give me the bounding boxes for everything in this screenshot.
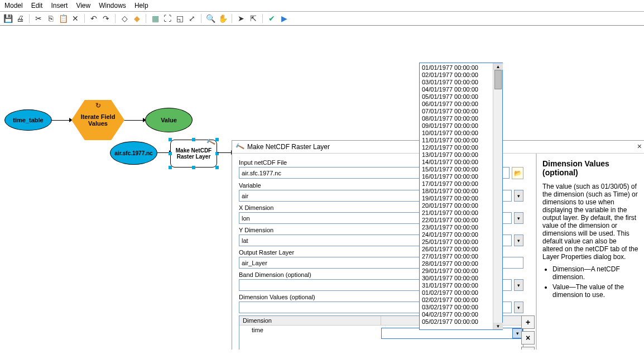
datetime-option[interactable]: 19/01/1977 00:00:00: [422, 195, 491, 202]
help-li-dimension: Dimension—A netCDF dimension.: [552, 265, 638, 281]
datetime-option[interactable]: 01/01/1977 00:00:00: [422, 64, 491, 71]
scroll-up-button[interactable]: ▲: [493, 63, 503, 70]
chevron-down-icon: ▾: [517, 238, 520, 243]
arrow-up-icon: ↑: [526, 349, 530, 350]
x-icon: ×: [526, 333, 530, 342]
chevron-down-icon: ▾: [517, 305, 520, 310]
add-data-icon[interactable]: ◆: [132, 13, 142, 23]
full-extent-icon[interactable]: ⛶: [162, 13, 172, 23]
datetime-option[interactable]: 05/02/1977 00:00:00: [422, 318, 491, 326]
node-air-file[interactable]: air.sfc.1977.nc: [110, 141, 157, 165]
menu-view[interactable]: View: [76, 2, 90, 9]
undo-icon[interactable]: ↶: [89, 13, 99, 23]
scroll-down-button[interactable]: ▼: [493, 323, 503, 329]
datetime-option[interactable]: 17/01/1977 00:00:00: [422, 180, 491, 188]
zoom-center-icon[interactable]: ◱: [175, 13, 185, 23]
copy-icon[interactable]: ⎘: [46, 13, 56, 23]
zoom-full-icon[interactable]: ⤢: [187, 13, 197, 23]
datetime-option[interactable]: 02/02/1977 00:00:00: [422, 296, 491, 304]
node-value-label: Value: [161, 117, 177, 123]
menu-bar: Model Edit Insert View Windows Help: [0, 0, 644, 12]
chevron-down-icon: ▾: [517, 283, 520, 288]
cut-icon[interactable]: ✂: [33, 13, 44, 23]
datetime-option[interactable]: 23/01/1977 00:00:00: [422, 224, 491, 231]
datetime-option[interactable]: 26/01/1977 00:00:00: [422, 246, 491, 253]
help-body: The value (such as 01/30/05) of the dime…: [542, 183, 638, 261]
run-icon[interactable]: ▶: [279, 13, 289, 23]
menu-edit[interactable]: Edit: [31, 2, 43, 9]
menu-model[interactable]: Model: [4, 2, 23, 9]
datetime-option[interactable]: 30/01/1977 00:00:00: [422, 275, 491, 282]
dimension-values-dropdown-button[interactable]: ▾: [514, 302, 523, 313]
folder-icon: 📂: [514, 170, 522, 177]
datetime-option[interactable]: 11/01/1977 00:00:00: [422, 137, 491, 144]
print-icon[interactable]: 🖨: [15, 13, 25, 23]
datetime-option[interactable]: 28/01/1977 00:00:00: [422, 260, 491, 267]
connect-icon[interactable]: ⇱: [248, 13, 258, 23]
node-value[interactable]: Value: [145, 108, 193, 132]
node-make-netcdf-tool[interactable]: 🔨 Make NetCDF Raster Layer: [170, 140, 217, 168]
ydim-dropdown-button[interactable]: ▾: [514, 235, 523, 246]
datetime-option[interactable]: 13/01/1977 00:00:00: [422, 151, 491, 159]
datetime-option[interactable]: 07/01/1977 00:00:00: [422, 108, 491, 115]
datetime-option[interactable]: 14/01/1977 00:00:00: [422, 159, 491, 166]
zoom-in-icon[interactable]: 🔍: [205, 13, 215, 23]
datetime-option[interactable]: 24/01/1977 00:00:00: [422, 231, 491, 238]
dialog-close-icon[interactable]: ×: [637, 142, 642, 151]
band-dim-dropdown-button[interactable]: ▾: [514, 279, 523, 291]
datetime-option[interactable]: 16/01/1977 00:00:00: [422, 173, 491, 180]
node-time-table[interactable]: time_table: [4, 109, 52, 131]
datetime-option[interactable]: 09/01/1977 00:00:00: [422, 122, 491, 130]
cycle-icon: ↻: [95, 102, 101, 109]
toolbar: 💾 🖨 ✂ ⎘ 📋 ✕ ↶ ↷ ◇ ◆ ▦ ⛶ ◱ ⤢ 🔍 ✋ ➤ ⇱ ✔ ▶: [0, 12, 644, 26]
grid-cell-dimension[interactable]: time: [239, 326, 386, 334]
auto-layout-icon[interactable]: ▦: [150, 13, 160, 23]
datetime-option[interactable]: 03/02/1977 00:00:00: [422, 304, 491, 311]
datetime-option[interactable]: 25/01/1977 00:00:00: [422, 238, 491, 246]
add-tool-icon[interactable]: ◇: [119, 13, 129, 23]
datetime-dropdown-list[interactable]: 01/01/1977 00:00:0002/01/1977 00:00:0003…: [419, 63, 503, 330]
select-icon[interactable]: ➤: [236, 13, 246, 23]
scroll-thumb[interactable]: [494, 70, 502, 89]
remove-row-button[interactable]: ×: [521, 331, 535, 345]
paste-icon[interactable]: 📋: [58, 13, 68, 23]
help-panel: Dimension Values (optional) The value (s…: [537, 154, 644, 350]
node-air-file-label: air.sfc.1977.nc: [111, 150, 156, 156]
datetime-option[interactable]: 20/01/1977 00:00:00: [422, 202, 491, 209]
datetime-option[interactable]: 27/01/1977 00:00:00: [422, 253, 491, 260]
datetime-option[interactable]: 15/01/1977 00:00:00: [422, 166, 491, 173]
redo-icon[interactable]: ↷: [101, 13, 111, 23]
xdim-dropdown-button[interactable]: ▾: [514, 212, 523, 224]
datetime-option[interactable]: 04/01/1977 00:00:00: [422, 86, 491, 93]
datetime-option[interactable]: 03/01/1977 00:00:00: [422, 79, 491, 86]
dropdown-scrollbar[interactable]: ▲ ▼: [493, 63, 502, 329]
datetime-option[interactable]: 10/01/1977 00:00:00: [422, 130, 491, 137]
menu-insert[interactable]: Insert: [51, 2, 68, 9]
delete-icon[interactable]: ✕: [70, 13, 80, 23]
variable-dropdown-button[interactable]: ▾: [514, 190, 523, 202]
datetime-option[interactable]: 18/01/1977 00:00:00: [422, 188, 491, 195]
model-canvas[interactable]: time_table ↻ Iterate Field Values Value …: [0, 26, 644, 350]
datetime-option[interactable]: 29/01/1977 00:00:00: [422, 267, 491, 275]
node-time-table-label: time_table: [13, 117, 43, 123]
datetime-option[interactable]: 06/01/1977 00:00:00: [422, 101, 491, 108]
datetime-option[interactable]: 31/01/1977 00:00:00: [422, 282, 491, 289]
datetime-option[interactable]: 21/01/1977 00:00:00: [422, 209, 491, 217]
chevron-down-icon: ▾: [517, 216, 520, 221]
pan-icon[interactable]: ✋: [218, 13, 228, 23]
menu-help[interactable]: Help: [134, 2, 148, 9]
datetime-option[interactable]: 04/02/1977 00:00:00: [422, 311, 491, 318]
menu-windows[interactable]: Windows: [99, 2, 126, 9]
datetime-option[interactable]: 05/01/1977 00:00:00: [422, 93, 491, 101]
datetime-option[interactable]: 12/01/1977 00:00:00: [422, 144, 491, 151]
datetime-option[interactable]: 08/01/1977 00:00:00: [422, 115, 491, 122]
validate-icon[interactable]: ✔: [267, 13, 277, 23]
save-icon[interactable]: 💾: [3, 13, 13, 23]
node-iterate-field-values[interactable]: ↻ Iterate Field Values: [71, 100, 124, 140]
datetime-option[interactable]: 01/02/1977 00:00:00: [422, 289, 491, 296]
add-row-button[interactable]: +: [521, 315, 535, 329]
browse-file-button[interactable]: 📂: [512, 167, 523, 179]
move-up-button[interactable]: ↑: [521, 347, 535, 350]
datetime-option[interactable]: 22/01/1977 00:00:00: [422, 217, 491, 224]
datetime-option[interactable]: 02/01/1977 00:00:00: [422, 71, 491, 79]
